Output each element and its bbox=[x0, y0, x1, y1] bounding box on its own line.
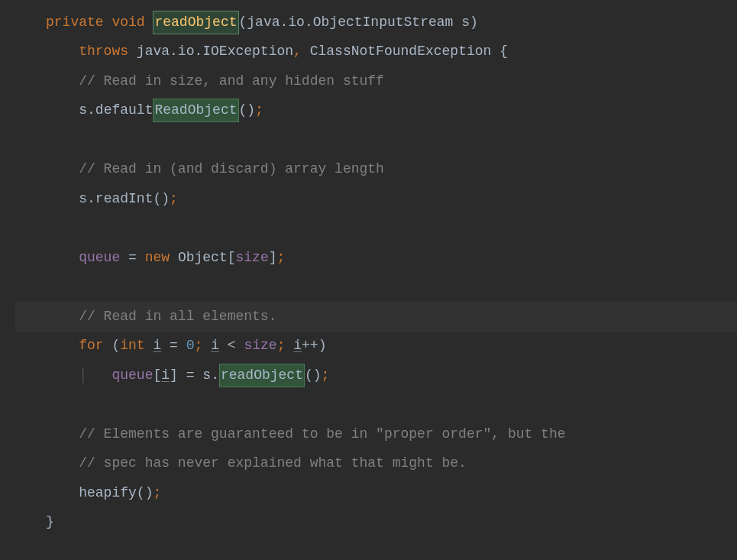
code-line-empty[interactable] bbox=[15, 390, 737, 420]
code-line[interactable]: for (int i = 0; i < size; i++) bbox=[15, 332, 737, 361]
code-line[interactable]: private void readObject(java.io.ObjectIn… bbox=[15, 8, 737, 37]
semicolon: ; bbox=[322, 364, 330, 387]
comment: // Read in all elements. bbox=[79, 306, 276, 328]
code-line[interactable]: queue = new Object[size]; bbox=[15, 243, 737, 273]
method-call: readInt bbox=[95, 188, 154, 210]
code-line[interactable]: } bbox=[15, 508, 737, 538]
method-highlighted: readObject bbox=[219, 364, 305, 387]
variable: s bbox=[79, 188, 87, 210]
code-line-empty[interactable] bbox=[15, 214, 737, 244]
code-line[interactable]: │ queue[i] = s.readObject(); bbox=[15, 361, 737, 390]
semicolon: ; bbox=[170, 188, 178, 210]
variable: s bbox=[79, 99, 87, 121]
param-type: java.io.ObjectInputStream bbox=[247, 11, 453, 34]
param-name: s bbox=[461, 11, 470, 34]
comment: // Read in size, and any hidden stuff bbox=[79, 70, 384, 92]
field-ref: queue bbox=[79, 247, 120, 269]
method-call: default bbox=[95, 99, 154, 121]
method-call: heapify bbox=[79, 482, 137, 504]
code-line[interactable]: // Elements are guaranteed to be in "pro… bbox=[15, 419, 737, 449]
code-line[interactable]: // Read in (and discard) array length bbox=[15, 155, 737, 185]
field-ref: queue bbox=[112, 364, 153, 387]
exception-type: ClassNotFoundException bbox=[310, 40, 492, 63]
paren-open: ( bbox=[239, 11, 247, 34]
exception-type: java.io.IOException bbox=[137, 40, 293, 63]
semicolon: ; bbox=[153, 482, 161, 504]
paren-close: ) bbox=[470, 11, 478, 34]
field-ref: size bbox=[244, 335, 276, 357]
brace-close: } bbox=[46, 511, 54, 533]
code-editor[interactable]: private void readObject(java.io.ObjectIn… bbox=[0, 0, 737, 545]
local-var: i bbox=[161, 364, 170, 387]
field-ref: size bbox=[236, 247, 269, 269]
method-name-highlighted: readObject bbox=[153, 11, 238, 34]
code-line[interactable]: s.readInt(); bbox=[15, 184, 737, 214]
keyword-new: new bbox=[145, 247, 170, 269]
local-var: i bbox=[211, 335, 219, 357]
variable: s bbox=[202, 364, 211, 387]
number-literal: 0 bbox=[186, 335, 195, 357]
brace-open: { bbox=[499, 40, 508, 63]
local-var: i bbox=[293, 335, 302, 357]
local-var: i bbox=[153, 335, 161, 357]
comment: // Elements are guaranteed to be in "pro… bbox=[79, 423, 565, 445]
keyword-int: int bbox=[120, 335, 144, 357]
code-line[interactable]: throws java.io.IOException, ClassNotFoun… bbox=[15, 37, 737, 67]
code-line[interactable]: heapify(); bbox=[15, 478, 737, 508]
comma: , bbox=[293, 40, 302, 63]
comment: // Read in (and discard) array length bbox=[79, 158, 384, 180]
comment: // spec has never explained what that mi… bbox=[79, 452, 467, 474]
keyword-throws: throws bbox=[79, 40, 128, 63]
keyword-for: for bbox=[79, 335, 103, 357]
code-line[interactable]: s.defaultReadObject(); bbox=[15, 96, 737, 126]
keyword-void: void bbox=[112, 11, 144, 34]
code-line-empty[interactable] bbox=[15, 273, 737, 303]
code-line-current[interactable]: // Read in all elements. bbox=[15, 302, 737, 332]
semicolon: ; bbox=[277, 247, 286, 269]
code-line[interactable]: // spec has never explained what that mi… bbox=[15, 449, 737, 479]
code-line-empty[interactable] bbox=[15, 125, 737, 155]
type-ref: Object bbox=[178, 247, 228, 269]
method-highlighted: ReadObject bbox=[153, 99, 238, 122]
semicolon: ; bbox=[255, 99, 263, 121]
code-line[interactable]: // Read in size, and any hidden stuff bbox=[15, 66, 737, 96]
keyword-private: private bbox=[46, 11, 104, 34]
